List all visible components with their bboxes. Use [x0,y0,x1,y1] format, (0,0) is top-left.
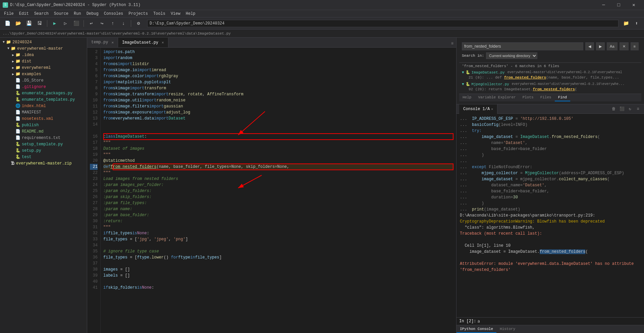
forward-button[interactable]: ↪ [97,19,107,28]
open-file-button[interactable]: 📂 [13,19,23,28]
minimize-button[interactable]: ─ [596,0,611,10]
console-tab-1[interactable]: Console 1/A ✕ [459,104,497,114]
tree-item-gitignore[interactable]: ▶ 📄 .gitignore [0,84,87,90]
console-tabs-bar: Console 1/A ✕ 🗑 ⬛ ↻ ≡ [457,104,644,114]
tab-imagedataset-py[interactable]: ImageDataset.py ✕ [118,38,168,47]
console-line-10: ... mjpeg_collector = MjpegCollector(add… [460,170,641,176]
menu-debug[interactable]: Debug [84,11,101,17]
maximize-button[interactable]: □ [611,0,626,10]
tree-item-manifest[interactable]: ▶ 📄 MANIFEST [0,109,87,115]
search-in-row: Search in: Current working directory [462,52,639,59]
console-tab-close[interactable]: ✕ [491,107,493,111]
search-in-select[interactable]: Current working directory [486,52,537,59]
console-clear-button[interactable]: 🗑 [610,106,617,112]
debug-button[interactable]: ⬛ [71,19,81,28]
menu-tools[interactable]: Tools [151,11,168,17]
find-options-button[interactable]: Aa [607,42,617,50]
navigate-up-button[interactable]: ⬆ [632,19,641,28]
tree-item-readme[interactable]: ▶ 📄 README.md [0,128,87,135]
code-line-35: # ignore file type case [103,248,453,254]
down-button[interactable]: ↓ [119,19,128,28]
tree-item-root[interactable]: ▼ 📁 20240324 [0,39,87,45]
find-menu-button[interactable]: ≡ [631,42,639,50]
console-input-field[interactable] [477,319,641,324]
find-tab-plots[interactable]: Plots [519,94,537,101]
collapse-icon-2: ▼ [462,82,464,86]
tree-item-dist[interactable]: ▶ 📁 dist [0,58,87,64]
tree-item-ds-store[interactable]: ▶ 📄 .DS_Store [0,77,87,84]
find-input-row: ◀ ▶ Aa ✕ ≡ [462,42,639,50]
menu-consoles[interactable]: Consoles [101,11,126,17]
find-prev-button[interactable]: ◀ [585,42,594,50]
editor-options-button[interactable]: ≡ [448,40,456,47]
menu-projects[interactable]: Projects [126,11,151,17]
console-tab-label: Console 1/A [463,107,490,111]
tree-label-examples: examples [22,72,41,77]
tree-item-everywhereml-master[interactable]: ▼ 📁 everywhereml-master [0,45,87,52]
find-result-item-2-1[interactable]: 92 (28): return ImageDataset.from_nested… [462,87,639,92]
find-tabs: Help Variable Explorer Plots Files Find [459,94,641,101]
save-all-button[interactable]: 🖫 [35,19,44,28]
menu-file[interactable]: File [1,11,16,17]
menu-help[interactable]: Help [183,11,198,17]
tree-label-ih: index.html [22,104,46,108]
tree-item-publish[interactable]: ▶ 🐍 publish [0,122,87,128]
console-restart-button[interactable]: ↻ [627,106,633,112]
find-tab-help[interactable]: Help [459,94,475,101]
find-tab-variable-explorer[interactable]: Variable Explorer [475,94,519,101]
console-line-15: ... ) [460,200,641,206]
tree-item-zip[interactable]: ▶ 🗜 everywhereml-master.zip [0,160,87,166]
tree-item-test[interactable]: ▶ 🐍 test [0,154,87,160]
tab-temp-py[interactable]: temp.py ✕ [87,38,118,47]
tree-label-ds: .DS_Store [22,78,44,83]
tree-item-index-html[interactable]: ▶ 🌐 index.html [0,103,87,109]
close-button[interactable]: ✕ [626,0,641,10]
tree-item-setup[interactable]: ▶ 🐍 setup.py [0,147,87,154]
console-interrupt-button[interactable]: ⬛ [619,106,625,112]
tree-item-enumerate-packages[interactable]: ▶ 🐍 enumerate_packages.py [0,90,87,96]
new-file-button[interactable]: 📄 [3,19,12,28]
find-next-button[interactable]: ▶ [596,42,605,50]
menu-view[interactable]: View [168,11,183,17]
ipython-console-tab[interactable]: IPython Console [457,326,496,333]
up-button[interactable]: ↑ [108,19,117,28]
tree-item-enumerate-templates[interactable]: ▶ 🐍 enumerate_templates.py [0,96,87,103]
menu-search[interactable]: Search [32,11,51,17]
more-button[interactable]: ⚙ [134,19,143,28]
menu-edit[interactable]: Edit [16,11,32,17]
tree-item-setup-template[interactable]: ▶ 🐍 setup_template.py [0,141,87,147]
tree-item-requirements[interactable]: ▶ 📄 requirements.txt [0,135,87,141]
find-close-button[interactable]: ✕ [620,42,629,50]
find-result-item-1-1[interactable]: 21 (8): ... def from_nested_folders(name… [462,75,639,80]
tree-item-evml-pkg[interactable]: ▶ 📁 everywhereml [0,64,87,71]
tab-close-temp[interactable]: ✕ [111,40,114,45]
app-icon: S [3,2,8,8]
browse-button[interactable]: 📁 [621,19,631,28]
code-line-21: def from_nested_folders(name, base_folde… [103,164,453,170]
tab-close-imagedataset[interactable]: ✕ [162,40,164,45]
path-bar[interactable]: D:\Esp_Cam\Spyder_Demo\20240324 [147,20,619,27]
menu-source[interactable]: Source [51,11,71,17]
save-button[interactable]: 💾 [24,19,34,28]
history-tab[interactable]: History [496,326,519,333]
folder-icon-root: 📁 [6,40,11,45]
find-tab-files[interactable]: Files [537,94,555,101]
console-options-button[interactable]: ≡ [635,106,641,112]
tree-item-examples[interactable]: ▶ 📁 examples [0,71,87,77]
file-icon-pub: 🐍 [15,123,20,128]
code-editor[interactable]: 234567891011121314 161718192021222324252… [87,48,456,333]
find-results-section: 'from_nested_folders' - 6 matches in 6 f… [459,63,641,94]
code-line-7: import matplotlib.pyplot as plt [103,79,453,85]
run-cell-button[interactable]: ▷ [61,19,70,28]
run-button[interactable]: ▶ [50,19,59,28]
tree-item-nosetests[interactable]: ▶ 📄 nosetests.xml [0,115,87,122]
code-content[interactable]: import os.path import random from os imp… [101,48,456,333]
back-button[interactable]: ↩ [87,19,96,28]
menu-run[interactable]: Run [71,11,84,17]
find-tab-find[interactable]: Find [555,94,570,101]
tree-item-idea[interactable]: ▶ 📁 .idea [0,52,87,58]
find-input-field[interactable] [462,42,583,50]
find-panel-top: ◀ ▶ Aa ✕ ≡ Search in: Current working di… [459,40,641,63]
find-result-file-1[interactable]: ▼ 🐍 ImageDataset.py everywhereml-master\… [462,69,639,75]
find-result-file-2[interactable]: ▼ 🐍 MjpegCollector.py everywhereml-maste… [462,81,639,87]
